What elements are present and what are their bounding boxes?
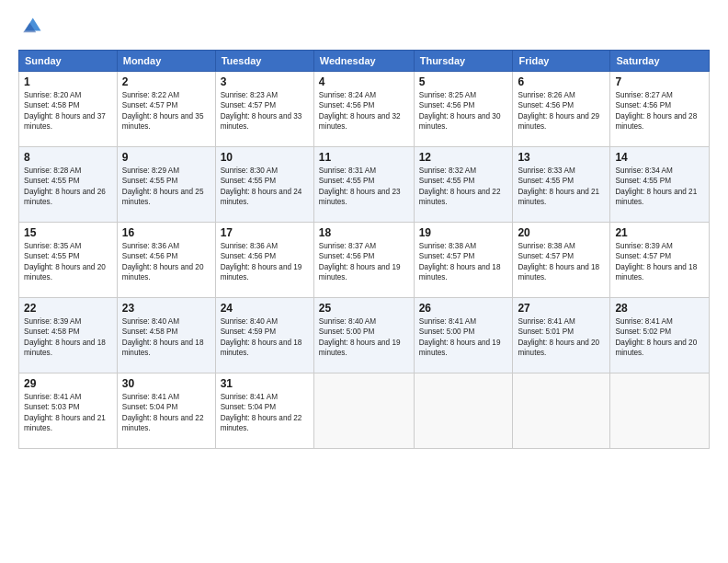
day-number: 21	[615, 226, 704, 239]
day-cell: 18 Sunrise: 8:37 AM Sunset: 4:56 PM Dayl…	[313, 223, 414, 298]
day-cell: 11 Sunrise: 8:31 AM Sunset: 4:55 PM Dayl…	[313, 147, 414, 223]
day-cell: 12 Sunrise: 8:32 AM Sunset: 4:55 PM Dayl…	[414, 147, 513, 223]
day-cell: 7 Sunrise: 8:27 AM Sunset: 4:56 PM Dayli…	[610, 72, 710, 147]
day-info: Sunrise: 8:38 AM Sunset: 4:57 PM Dayligh…	[518, 241, 605, 283]
day-info: Sunrise: 8:39 AM Sunset: 4:58 PM Dayligh…	[24, 316, 112, 359]
day-number: 7	[615, 75, 704, 88]
day-number: 9	[122, 151, 210, 164]
calendar-body: 1 Sunrise: 8:20 AM Sunset: 4:58 PM Dayli…	[19, 72, 710, 449]
day-cell: 3 Sunrise: 8:23 AM Sunset: 4:57 PM Dayli…	[215, 72, 313, 147]
day-info: Sunrise: 8:24 AM Sunset: 4:56 PM Dayligh…	[319, 90, 409, 132]
day-info: Sunrise: 8:40 AM Sunset: 5:00 PM Dayligh…	[319, 316, 409, 359]
day-info: Sunrise: 8:20 AM Sunset: 4:58 PM Dayligh…	[24, 90, 112, 132]
day-number: 14	[615, 151, 704, 164]
day-number: 19	[419, 226, 508, 239]
day-info: Sunrise: 8:41 AM Sunset: 5:02 PM Dayligh…	[615, 316, 704, 359]
day-info: Sunrise: 8:31 AM Sunset: 4:55 PM Dayligh…	[319, 166, 409, 208]
day-info: Sunrise: 8:36 AM Sunset: 4:56 PM Dayligh…	[221, 241, 309, 283]
day-number: 25	[319, 302, 409, 315]
weekday-header-monday: Monday	[117, 51, 215, 72]
day-cell: 1 Sunrise: 8:20 AM Sunset: 4:58 PM Dayli…	[19, 72, 118, 147]
day-number: 24	[221, 302, 309, 315]
day-cell: 6 Sunrise: 8:26 AM Sunset: 4:56 PM Dayli…	[513, 72, 610, 147]
calendar-table: SundayMondayTuesdayWednesdayThursdayFrid…	[18, 50, 710, 449]
day-info: Sunrise: 8:35 AM Sunset: 4:55 PM Dayligh…	[24, 241, 112, 283]
day-cell: 21 Sunrise: 8:39 AM Sunset: 4:57 PM Dayl…	[610, 223, 710, 298]
day-cell: 17 Sunrise: 8:36 AM Sunset: 4:56 PM Dayl…	[215, 223, 313, 298]
day-number: 16	[122, 226, 210, 239]
day-info: Sunrise: 8:37 AM Sunset: 4:56 PM Dayligh…	[319, 241, 409, 283]
day-cell: 23 Sunrise: 8:40 AM Sunset: 4:58 PM Dayl…	[117, 298, 215, 373]
weekday-header-tuesday: Tuesday	[215, 51, 313, 72]
weekday-header-row: SundayMondayTuesdayWednesdayThursdayFrid…	[19, 51, 710, 72]
day-number: 8	[24, 151, 112, 164]
day-cell: 20 Sunrise: 8:38 AM Sunset: 4:57 PM Dayl…	[513, 223, 610, 298]
day-number: 12	[419, 151, 508, 164]
day-cell: 27 Sunrise: 8:41 AM Sunset: 5:01 PM Dayl…	[513, 298, 610, 373]
day-info: Sunrise: 8:32 AM Sunset: 4:55 PM Dayligh…	[419, 166, 508, 208]
day-cell: 19 Sunrise: 8:38 AM Sunset: 4:57 PM Dayl…	[414, 223, 513, 298]
week-row-2: 8 Sunrise: 8:28 AM Sunset: 4:55 PM Dayli…	[19, 147, 710, 223]
day-cell	[610, 373, 710, 449]
day-number: 17	[221, 226, 309, 239]
day-number: 31	[221, 377, 309, 390]
week-row-4: 22 Sunrise: 8:39 AM Sunset: 4:58 PM Dayl…	[19, 298, 710, 373]
day-info: Sunrise: 8:26 AM Sunset: 4:56 PM Dayligh…	[518, 90, 605, 132]
day-cell: 2 Sunrise: 8:22 AM Sunset: 4:57 PM Dayli…	[117, 72, 215, 147]
day-cell: 24 Sunrise: 8:40 AM Sunset: 4:59 PM Dayl…	[215, 298, 313, 373]
week-row-1: 1 Sunrise: 8:20 AM Sunset: 4:58 PM Dayli…	[19, 72, 710, 147]
day-info: Sunrise: 8:23 AM Sunset: 4:57 PM Dayligh…	[221, 90, 309, 132]
day-cell: 4 Sunrise: 8:24 AM Sunset: 4:56 PM Dayli…	[313, 72, 414, 147]
day-info: Sunrise: 8:41 AM Sunset: 5:00 PM Dayligh…	[419, 316, 508, 359]
day-number: 3	[221, 75, 309, 88]
header	[18, 15, 710, 40]
day-number: 26	[419, 302, 508, 315]
logo	[18, 15, 48, 40]
day-cell: 30 Sunrise: 8:41 AM Sunset: 5:04 PM Dayl…	[117, 373, 215, 449]
day-number: 27	[518, 302, 605, 315]
weekday-header-saturday: Saturday	[610, 51, 710, 72]
day-info: Sunrise: 8:34 AM Sunset: 4:55 PM Dayligh…	[615, 166, 704, 208]
logo-icon	[18, 15, 44, 40]
day-number: 5	[419, 75, 508, 88]
day-cell: 28 Sunrise: 8:41 AM Sunset: 5:02 PM Dayl…	[610, 298, 710, 373]
day-info: Sunrise: 8:39 AM Sunset: 4:57 PM Dayligh…	[615, 241, 704, 283]
day-cell: 29 Sunrise: 8:41 AM Sunset: 5:03 PM Dayl…	[19, 373, 118, 449]
day-cell: 22 Sunrise: 8:39 AM Sunset: 4:58 PM Dayl…	[19, 298, 118, 373]
day-cell: 15 Sunrise: 8:35 AM Sunset: 4:55 PM Dayl…	[19, 223, 118, 298]
day-info: Sunrise: 8:41 AM Sunset: 5:01 PM Dayligh…	[518, 316, 605, 359]
day-number: 18	[319, 226, 409, 239]
day-cell	[313, 373, 414, 449]
day-info: Sunrise: 8:33 AM Sunset: 4:55 PM Dayligh…	[518, 166, 605, 208]
day-number: 10	[221, 151, 309, 164]
day-number: 1	[24, 75, 112, 88]
day-info: Sunrise: 8:28 AM Sunset: 4:55 PM Dayligh…	[24, 166, 112, 208]
day-info: Sunrise: 8:40 AM Sunset: 4:59 PM Dayligh…	[221, 316, 309, 359]
day-info: Sunrise: 8:29 AM Sunset: 4:55 PM Dayligh…	[122, 166, 210, 208]
weekday-header-friday: Friday	[513, 51, 610, 72]
day-number: 30	[122, 377, 210, 390]
day-number: 22	[24, 302, 112, 315]
day-cell	[414, 373, 513, 449]
day-cell: 14 Sunrise: 8:34 AM Sunset: 4:55 PM Dayl…	[610, 147, 710, 223]
day-number: 2	[122, 75, 210, 88]
day-info: Sunrise: 8:30 AM Sunset: 4:55 PM Dayligh…	[221, 166, 309, 208]
day-cell: 9 Sunrise: 8:29 AM Sunset: 4:55 PM Dayli…	[117, 147, 215, 223]
weekday-header-sunday: Sunday	[19, 51, 118, 72]
day-info: Sunrise: 8:36 AM Sunset: 4:56 PM Dayligh…	[122, 241, 210, 283]
day-info: Sunrise: 8:27 AM Sunset: 4:56 PM Dayligh…	[615, 90, 704, 132]
day-number: 4	[319, 75, 409, 88]
day-cell: 8 Sunrise: 8:28 AM Sunset: 4:55 PM Dayli…	[19, 147, 118, 223]
day-info: Sunrise: 8:40 AM Sunset: 4:58 PM Dayligh…	[122, 316, 210, 359]
page: SundayMondayTuesdayWednesdayThursdayFrid…	[0, 0, 728, 563]
day-number: 20	[518, 226, 605, 239]
day-cell: 25 Sunrise: 8:40 AM Sunset: 5:00 PM Dayl…	[313, 298, 414, 373]
day-number: 15	[24, 226, 112, 239]
day-number: 11	[319, 151, 409, 164]
day-cell: 10 Sunrise: 8:30 AM Sunset: 4:55 PM Dayl…	[215, 147, 313, 223]
day-cell	[513, 373, 610, 449]
day-cell: 5 Sunrise: 8:25 AM Sunset: 4:56 PM Dayli…	[414, 72, 513, 147]
day-cell: 13 Sunrise: 8:33 AM Sunset: 4:55 PM Dayl…	[513, 147, 610, 223]
day-info: Sunrise: 8:41 AM Sunset: 5:04 PM Dayligh…	[122, 392, 210, 434]
day-number: 6	[518, 75, 605, 88]
